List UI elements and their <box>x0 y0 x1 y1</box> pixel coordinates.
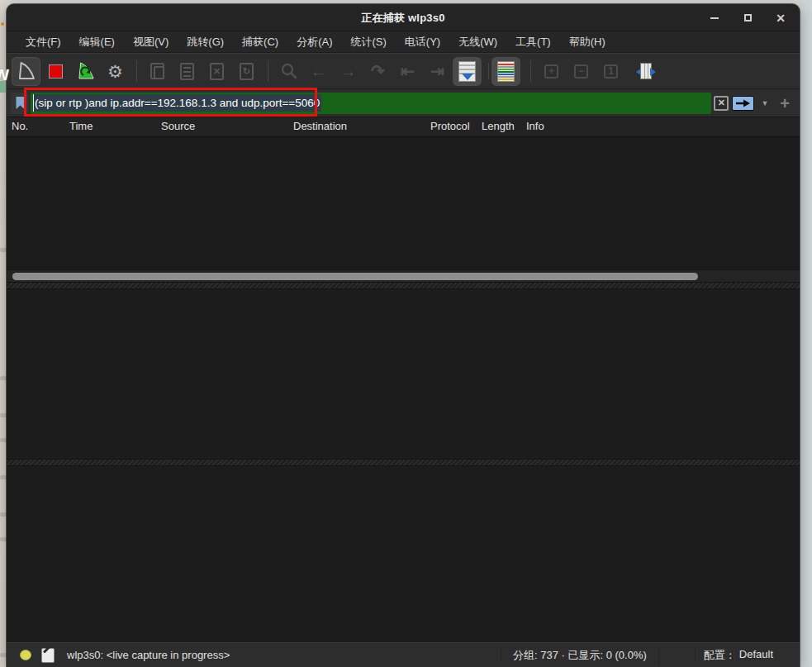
menu-wireless[interactable]: 无线(W) <box>449 32 506 52</box>
normal-size-button[interactable]: 1 <box>596 57 625 86</box>
close-button[interactable]: ✕ <box>773 11 788 26</box>
colorize-toggle-button[interactable] <box>491 57 520 86</box>
close-file-button[interactable]: ✕ <box>202 57 231 86</box>
menu-go[interactable]: 跳转(G) <box>178 32 233 52</box>
scrollbar-thumb[interactable] <box>12 273 698 280</box>
clear-filter-button[interactable]: ✕ <box>714 96 729 111</box>
arrow-right-icon: → <box>340 63 357 79</box>
first-packet-button[interactable]: ⇤ <box>393 57 422 86</box>
colorize-icon <box>497 61 515 82</box>
maximize-icon <box>744 14 752 21</box>
apply-filter-button[interactable] <box>732 96 754 111</box>
normal-size-icon: 1 <box>604 64 618 79</box>
menu-analyze[interactable]: 分析(A) <box>287 32 341 52</box>
toolbar-separator <box>136 60 137 82</box>
filter-text-selected: (sip or rtp )and ip.addr==192.168.1.3 an… <box>33 94 321 112</box>
close-file-icon: ✕ <box>210 63 224 80</box>
maximize-button[interactable] <box>740 11 755 26</box>
search-icon <box>280 62 298 80</box>
gear-icon: ⚙ <box>107 63 123 80</box>
window-title: 正在捕获 wlp3s0 <box>7 4 800 31</box>
restart-capture-button[interactable] <box>71 57 100 86</box>
open-file-icon <box>154 66 164 79</box>
save-file-button[interactable] <box>173 57 202 86</box>
add-filter-button[interactable]: + <box>780 95 790 112</box>
packet-list-pane[interactable] <box>7 137 800 269</box>
packet-bytes-pane[interactable] <box>7 466 800 642</box>
shark-fin-icon <box>17 61 36 81</box>
desktop-background <box>800 0 812 667</box>
right-arrow-icon <box>650 68 656 76</box>
auto-scroll-icon <box>458 61 476 82</box>
open-file-button[interactable] <box>143 57 172 86</box>
display-filter-bar: (sip or rtp )and ip.addr==192.168.1.3 an… <box>7 89 800 117</box>
zoom-in-button[interactable]: + <box>537 57 566 86</box>
capture-comment-icon[interactable] <box>41 648 55 663</box>
stop-icon <box>49 64 63 79</box>
column-header-protocol[interactable]: Protocol <box>430 120 470 132</box>
next-packet-button[interactable]: → <box>334 57 363 86</box>
column-header-length[interactable]: Length <box>482 120 515 132</box>
bookmark-icon <box>15 96 26 110</box>
menu-file[interactable]: 文件(F) <box>17 32 70 52</box>
display-filter-input[interactable]: (sip or rtp )and ip.addr==192.168.1.3 an… <box>31 93 711 114</box>
capture-options-button[interactable]: ⚙ <box>101 57 130 86</box>
column-header-destination[interactable]: Destination <box>293 120 347 132</box>
last-packet-button[interactable]: ⇥ <box>423 57 452 86</box>
zoom-out-button[interactable]: − <box>567 57 596 86</box>
find-packet-button[interactable] <box>274 57 303 86</box>
title-bar[interactable]: 正在捕获 wlp3s0 ✕ <box>7 4 800 31</box>
pane-splitter[interactable] <box>7 282 800 289</box>
toolbar-separator <box>488 63 489 79</box>
arrow-to-end-icon: ⇥ <box>430 63 444 79</box>
column-header-no[interactable]: No. <box>12 120 28 132</box>
filter-bookmark-button[interactable] <box>11 93 29 114</box>
save-file-icon <box>180 63 194 80</box>
statusbar-spacer <box>658 646 695 665</box>
start-capture-button[interactable] <box>12 57 40 86</box>
column-header-source[interactable]: Source <box>161 120 195 132</box>
toolbar-separator <box>268 60 268 82</box>
menu-help[interactable]: 帮助(H) <box>560 32 615 52</box>
menu-bar: 文件(F) 编辑(E) 视图(V) 跳转(G) 捕获(C) 分析(A) 统计(S… <box>7 31 800 53</box>
menu-telephony[interactable]: 电话(Y) <box>396 32 449 52</box>
auto-scroll-toggle-button[interactable] <box>453 57 482 86</box>
go-to-packet-button[interactable]: ↷ <box>363 57 392 86</box>
arrow-left-icon: ← <box>311 63 327 79</box>
curved-arrow-icon: ↷ <box>371 63 385 79</box>
profile-label: 配置： <box>704 648 736 663</box>
menu-tools[interactable]: 工具(T) <box>506 32 560 52</box>
packet-details-pane[interactable] <box>7 289 800 459</box>
apply-arrow-icon <box>735 99 751 107</box>
pane-splitter[interactable] <box>7 459 800 466</box>
background-dot-fragment <box>1 22 4 26</box>
stop-capture-button[interactable] <box>41 57 70 86</box>
menu-statistics[interactable]: 统计(S) <box>341 32 395 52</box>
column-header-time[interactable]: Time <box>69 120 93 132</box>
toolbar-separator <box>530 60 531 82</box>
column-header-info[interactable]: Info <box>526 120 544 132</box>
minimize-button[interactable] <box>707 11 722 26</box>
menu-edit[interactable]: 编辑(E) <box>70 32 124 52</box>
zoom-out-icon: − <box>574 64 588 79</box>
reload-file-icon: ↻ <box>240 63 254 80</box>
background-icon-fragment <box>0 81 6 93</box>
previous-packet-button[interactable]: ← <box>304 57 333 86</box>
down-arrow-icon <box>462 74 473 80</box>
wireshark-window: 正在捕获 wlp3s0 ✕ 文件(F) 编辑(E) 视图(V) 跳转(G) 捕获… <box>7 4 800 667</box>
profile-section[interactable]: 配置： Default <box>695 648 781 663</box>
packet-stats-text: 分组: 737 · 已显示: 0 (0.0%) <box>501 648 658 663</box>
reload-file-button[interactable]: ↻ <box>232 57 261 86</box>
status-bar: wlp3s0: <live capture in progress> 分组: 7… <box>7 642 800 667</box>
main-toolbar: ⚙ ✕ ↻ ← → ↷ ⇤ ⇥ + − 1 <box>7 53 800 89</box>
minimize-icon <box>710 17 719 19</box>
menu-view[interactable]: 视图(V) <box>124 32 178 52</box>
horizontal-scrollbar[interactable] <box>7 269 800 282</box>
menu-capture[interactable]: 捕获(C) <box>233 32 287 52</box>
arrow-to-start-icon: ⇤ <box>401 63 415 79</box>
filter-dropdown-caret[interactable]: ▼ <box>761 99 768 107</box>
expert-info-icon[interactable] <box>20 650 31 660</box>
zoom-in-icon: + <box>544 64 558 79</box>
resize-columns-button[interactable] <box>631 57 660 86</box>
profile-value: Default <box>739 648 773 663</box>
